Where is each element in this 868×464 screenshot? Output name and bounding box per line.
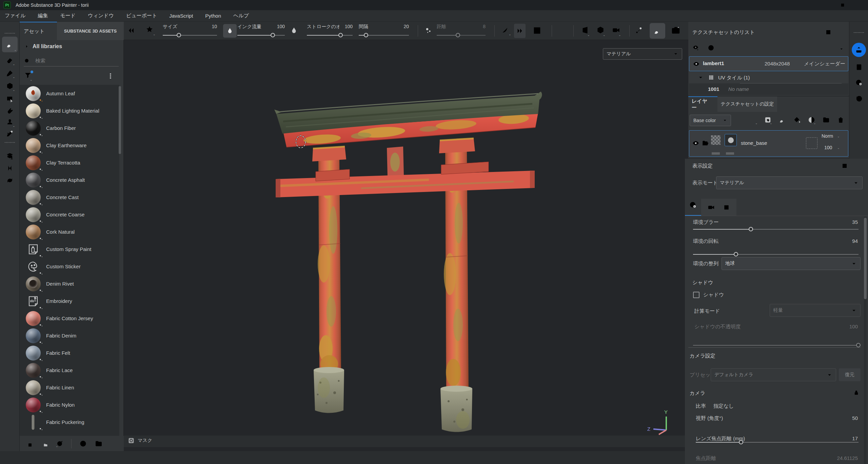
clear-session-icon[interactable] xyxy=(79,440,87,448)
texture-set-row[interactable]: lambert1 2048x2048 メインシェーダー xyxy=(689,56,848,71)
material-picker-tool-button[interactable] xyxy=(6,130,14,138)
polygon-fill-tool-button[interactable] xyxy=(6,95,14,103)
viewport-3d[interactable]: Y Z X マテリアル xyxy=(124,40,688,451)
menu-item[interactable]: ヘルプ xyxy=(233,13,249,19)
tab-viewport-settings[interactable] xyxy=(723,204,730,211)
symmetry-off-button[interactable] xyxy=(532,26,542,35)
tab-layers[interactable]: レイヤー xyxy=(688,96,717,112)
menu-item[interactable]: ビューポート xyxy=(126,13,157,19)
dock-panel-icon[interactable] xyxy=(825,29,831,35)
eye-single-icon[interactable] xyxy=(707,44,715,52)
asset-list-item[interactable]: Fabric Felt xyxy=(20,344,119,362)
asset-list-item[interactable]: Concrete Cast xyxy=(20,189,119,206)
camera-preset-dropdown[interactable]: デフォルトカメラ xyxy=(711,368,836,381)
mask-indicator[interactable]: マスク xyxy=(128,437,152,444)
display-mode-dropdown[interactable]: マテリアル xyxy=(716,176,863,189)
spacing-slider[interactable] xyxy=(359,33,409,38)
view-mode-button[interactable]: ⌄ xyxy=(596,26,605,35)
close-tab-icon[interactable] xyxy=(713,102,717,107)
paint-tool-button[interactable]: ⌄ xyxy=(2,37,18,52)
calc-mode-dropdown[interactable]: 軽量 xyxy=(770,304,861,317)
geometry-decal-tool-button[interactable]: ⌄ xyxy=(6,82,14,90)
add-paint-layer-button[interactable] xyxy=(778,116,786,124)
dock-panel-icon[interactable] xyxy=(842,163,848,169)
close-panel-icon[interactable] xyxy=(840,29,846,35)
list-view-toggle[interactable] xyxy=(108,72,117,80)
project-info-button[interactable] xyxy=(855,63,863,71)
asset-list-item[interactable]: Fabric Nylon xyxy=(20,396,119,413)
shadow-checkbox[interactable] xyxy=(693,292,699,298)
layer-visibility-eye-icon[interactable] xyxy=(692,139,699,147)
clone-stamp-tool-button[interactable]: ⌄ xyxy=(6,118,14,126)
close-panel-icon[interactable] xyxy=(856,162,863,169)
asset-list-item[interactable]: Concrete Coarse xyxy=(20,206,119,223)
flow-slider[interactable] xyxy=(237,33,285,38)
add-effect-button[interactable]: ⌄ xyxy=(808,116,815,124)
add-smart-material-button[interactable]: ⌄ xyxy=(749,116,757,124)
add-fill-button[interactable] xyxy=(793,116,801,124)
tab-substance-3d-assets[interactable]: SUBSTANCE 3D ASSETS xyxy=(57,22,124,40)
menu-item[interactable]: Python xyxy=(205,13,221,19)
eye-icon[interactable] xyxy=(693,60,700,67)
layer-row[interactable]: stone_base Norm ⌄ 100 ⌄ xyxy=(689,130,848,157)
asset-list-item[interactable]: Fabric Puckering xyxy=(20,413,119,431)
asset-list-item[interactable]: Carbon Fiber xyxy=(20,119,119,137)
smudge-tool-button[interactable] xyxy=(6,107,14,115)
panel-scrollbar-track[interactable] xyxy=(864,216,867,464)
stroke-tip-icon[interactable] xyxy=(290,26,298,35)
menu-item[interactable]: JavaScript xyxy=(169,13,193,19)
eraser-tool-button[interactable]: ⌄ xyxy=(6,56,14,64)
layer-content-thumbnail[interactable] xyxy=(711,135,721,145)
export-share-button[interactable] xyxy=(852,43,866,57)
pause-engine-button[interactable] xyxy=(559,26,567,35)
lock-icon[interactable] xyxy=(853,389,860,396)
close-tab-icon[interactable] xyxy=(48,29,53,34)
history-button[interactable] xyxy=(855,94,863,102)
paint-mode-button[interactable] xyxy=(650,23,665,39)
search-input[interactable]: 検索 xyxy=(24,56,119,66)
sort-filter-icon[interactable] xyxy=(835,43,844,52)
uv-tile-row[interactable]: 1001 No name xyxy=(689,83,848,95)
delete-layer-button[interactable] xyxy=(837,116,845,124)
stroke-opacity-slider[interactable] xyxy=(307,33,353,38)
geometry-mask-button[interactable] xyxy=(6,152,14,160)
layer-mask-thumbnail[interactable] xyxy=(725,134,737,146)
layer-opacity-selector[interactable]: 100 xyxy=(824,145,832,150)
env-blur-slider[interactable] xyxy=(693,227,859,232)
lazy-mouse-button[interactable] xyxy=(635,26,644,35)
camera-restore-button[interactable]: 復元 xyxy=(839,368,861,381)
asset-list-item[interactable]: Denim Rivet xyxy=(20,275,119,292)
asset-list-item[interactable]: Fabric Cotton Jersey xyxy=(20,310,119,327)
blend-mode-selector[interactable]: Norm xyxy=(822,133,833,139)
asset-list-item[interactable]: Clay Terracotta xyxy=(20,154,119,171)
menu-item[interactable]: 編集 xyxy=(38,13,48,19)
channel-selector-dropdown[interactable]: Base color xyxy=(690,115,731,126)
minimize-button[interactable] xyxy=(817,0,834,10)
grip-handle[interactable] xyxy=(4,33,15,34)
asset-list-item[interactable]: Fabric Lace xyxy=(20,362,119,379)
distance-slider[interactable] xyxy=(437,33,486,38)
asset-list-item[interactable]: Concrete Asphalt xyxy=(20,171,119,189)
eye-chevron-icon[interactable] xyxy=(692,44,700,52)
add-resource-button[interactable] xyxy=(110,440,118,447)
add-folder-button[interactable] xyxy=(822,116,830,124)
screenshot-button[interactable] xyxy=(671,25,681,35)
flow-tip-icon[interactable] xyxy=(223,24,237,38)
tab-camera-settings[interactable] xyxy=(707,204,715,211)
display-settings-button[interactable] xyxy=(855,79,863,86)
grip-handle[interactable] xyxy=(4,142,15,143)
export-list-icon[interactable] xyxy=(24,440,33,448)
menu-item[interactable]: モード xyxy=(60,13,76,19)
asset-list-item[interactable]: Custom Spray Paint xyxy=(20,240,119,258)
menu-item[interactable]: ファイル xyxy=(5,13,25,19)
env-rotation-slider[interactable] xyxy=(693,252,859,257)
tab-assets[interactable]: アセット xyxy=(20,22,57,40)
tab-texture-set-settings[interactable]: テクスチャセットの設定 xyxy=(717,96,777,112)
grip-handle[interactable] xyxy=(853,32,864,33)
uv-tile-group-row[interactable]: UV タイル (1) xyxy=(689,72,848,83)
panel-scrollbar-thumb[interactable] xyxy=(864,218,867,299)
refresh-assets-button[interactable]: ⌄ xyxy=(56,440,64,448)
library-selector[interactable]: All libraries xyxy=(24,43,62,50)
asset-list-item[interactable]: Fabric Linen xyxy=(20,379,119,396)
asset-list-item[interactable]: Baked Lighting Material xyxy=(20,102,119,119)
